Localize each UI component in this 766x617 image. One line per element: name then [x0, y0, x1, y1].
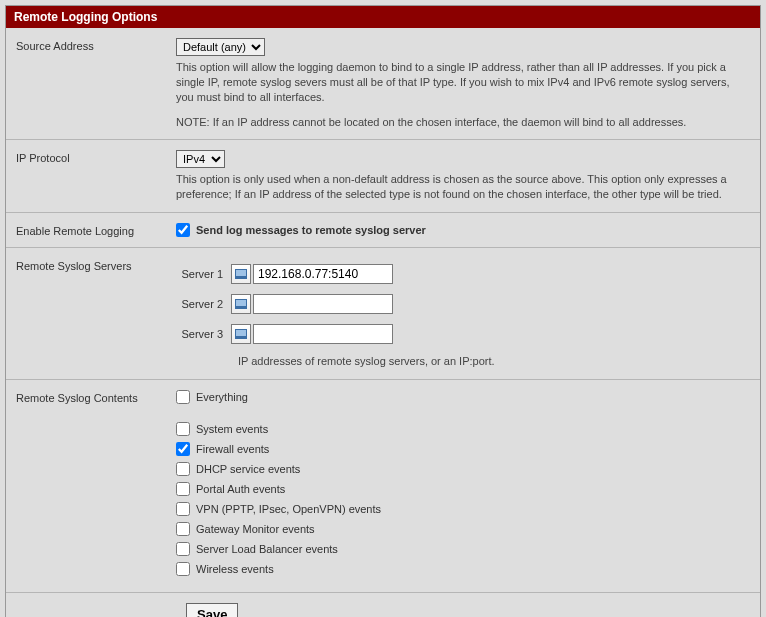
row-syslog-contents: Remote Syslog Contents EverythingSystem … — [6, 380, 760, 593]
row-enable-remote: Enable Remote Logging Send log messages … — [6, 213, 760, 248]
save-button[interactable]: Save — [186, 603, 238, 617]
contents-checkbox[interactable] — [176, 482, 190, 496]
contents-item-label: System events — [196, 423, 268, 435]
server-2-label: Server 2 — [176, 298, 231, 310]
label-syslog-contents: Remote Syslog Contents — [16, 390, 176, 582]
contents-checkbox[interactable] — [176, 422, 190, 436]
ip-protocol-select[interactable]: IPv4 — [176, 150, 225, 168]
source-address-desc2: NOTE: If an IP address cannot be located… — [176, 115, 750, 130]
contents-item-label: Gateway Monitor events — [196, 523, 315, 535]
footer-section: Save Note: syslog sends UDP datagrams to… — [6, 593, 760, 617]
remote-logging-panel: Remote Logging Options Source Address De… — [5, 5, 761, 617]
contents-checkbox[interactable] — [176, 522, 190, 536]
source-address-select[interactable]: Default (any) — [176, 38, 265, 56]
contents-item-label: Portal Auth events — [196, 483, 285, 495]
contents-item-label: Firewall events — [196, 443, 269, 455]
contents-checkbox[interactable] — [176, 502, 190, 516]
contents-item-label: VPN (PPTP, IPsec, OpenVPN) events — [196, 503, 381, 515]
server-3-label: Server 3 — [176, 328, 231, 340]
contents-item-label: Wireless events — [196, 563, 274, 575]
contents-checkbox[interactable] — [176, 462, 190, 476]
contents-item-label: Server Load Balancer events — [196, 543, 338, 555]
server-1-label: Server 1 — [176, 268, 231, 280]
servers-hint: IP addresses of remote syslog servers, o… — [238, 354, 750, 369]
enable-remote-checkbox[interactable] — [176, 223, 190, 237]
server-icon — [231, 264, 251, 284]
server-3-input[interactable] — [253, 324, 393, 344]
source-address-desc1: This option will allow the logging daemo… — [176, 60, 750, 105]
label-enable-remote: Enable Remote Logging — [16, 223, 176, 237]
contents-item-label: DHCP service events — [196, 463, 300, 475]
ip-protocol-desc: This option is only used when a non-defa… — [176, 172, 750, 202]
enable-remote-text: Send log messages to remote syslog serve… — [196, 224, 426, 236]
label-ip-protocol: IP Protocol — [16, 150, 176, 202]
server-2-input[interactable] — [253, 294, 393, 314]
row-source-address: Source Address Default (any) This option… — [6, 28, 760, 140]
label-syslog-servers: Remote Syslog Servers — [16, 258, 176, 369]
server-icon — [231, 294, 251, 314]
server-row-3: Server 3 — [176, 324, 750, 344]
svg-rect-3 — [236, 300, 246, 306]
row-syslog-servers: Remote Syslog Servers Server 1 Server 2 … — [6, 248, 760, 380]
server-icon — [231, 324, 251, 344]
contents-checkbox[interactable] — [176, 442, 190, 456]
server-1-input[interactable] — [253, 264, 393, 284]
svg-rect-1 — [236, 270, 246, 276]
row-ip-protocol: IP Protocol IPv4 This option is only use… — [6, 140, 760, 213]
contents-checkbox[interactable] — [176, 542, 190, 556]
contents-checkbox[interactable] — [176, 390, 190, 404]
server-row-1: Server 1 — [176, 264, 750, 284]
server-row-2: Server 2 — [176, 294, 750, 314]
contents-checkbox[interactable] — [176, 562, 190, 576]
panel-title: Remote Logging Options — [6, 6, 760, 28]
svg-rect-5 — [236, 330, 246, 336]
label-source-address: Source Address — [16, 38, 176, 129]
contents-item-label: Everything — [196, 391, 248, 403]
